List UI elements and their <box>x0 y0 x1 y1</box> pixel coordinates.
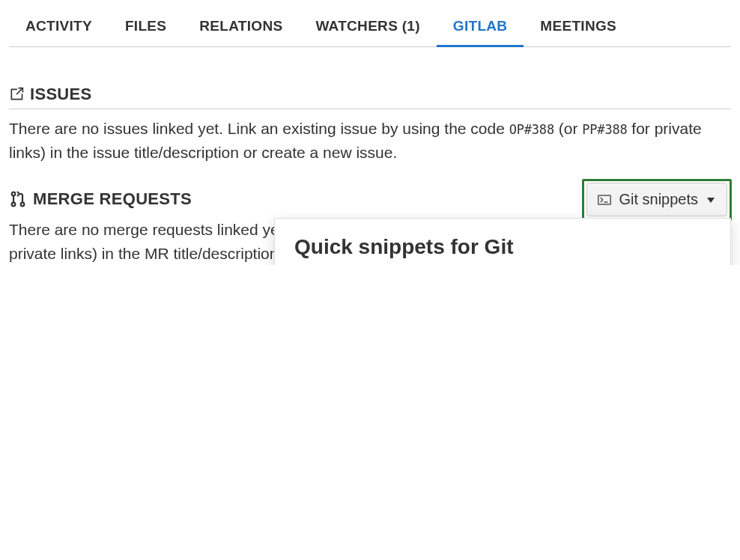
issues-code-public: OP#388 <box>509 122 554 137</box>
tab-relations[interactable]: RELATIONS <box>183 10 299 46</box>
svg-point-0 <box>12 192 16 196</box>
issues-code-private: PP#388 <box>582 122 627 137</box>
tab-bar: ACTIVITY FILES RELATIONS WATCHERS (1) GI… <box>9 10 731 47</box>
tab-gitlab[interactable]: GITLAB <box>437 10 524 46</box>
tab-meetings[interactable]: MEETINGS <box>524 10 633 46</box>
svg-rect-3 <box>598 195 611 204</box>
svg-point-1 <box>12 203 16 207</box>
terminal-icon <box>598 195 611 205</box>
git-snippets-button[interactable]: Git snippets <box>586 183 727 216</box>
issues-body-prefix: There are no issues linked yet. Link an … <box>9 120 509 137</box>
svg-point-2 <box>21 203 25 207</box>
issues-heading: ISSUES <box>9 85 731 109</box>
tab-watchers[interactable]: WATCHERS (1) <box>299 10 436 46</box>
popover-title: Quick snippets for Git <box>294 235 711 259</box>
issues-title-text: ISSUES <box>30 85 92 104</box>
issues-body-mid: (or <box>554 120 582 137</box>
caret-down-icon <box>706 195 716 205</box>
git-snippets-label: Git snippets <box>619 191 698 208</box>
issue-icon <box>9 87 24 102</box>
tab-files[interactable]: FILES <box>109 10 183 46</box>
merge-requests-title-text: MERGE REQUESTS <box>33 189 192 209</box>
git-snippets-highlight-box: Git snippets <box>582 179 732 221</box>
git-snippets-popover: Quick snippets for Git Branch name Comm <box>274 218 731 265</box>
tab-activity[interactable]: ACTIVITY <box>9 10 109 46</box>
merge-request-icon <box>9 190 27 208</box>
issues-body: There are no issues linked yet. Link an … <box>9 117 731 164</box>
